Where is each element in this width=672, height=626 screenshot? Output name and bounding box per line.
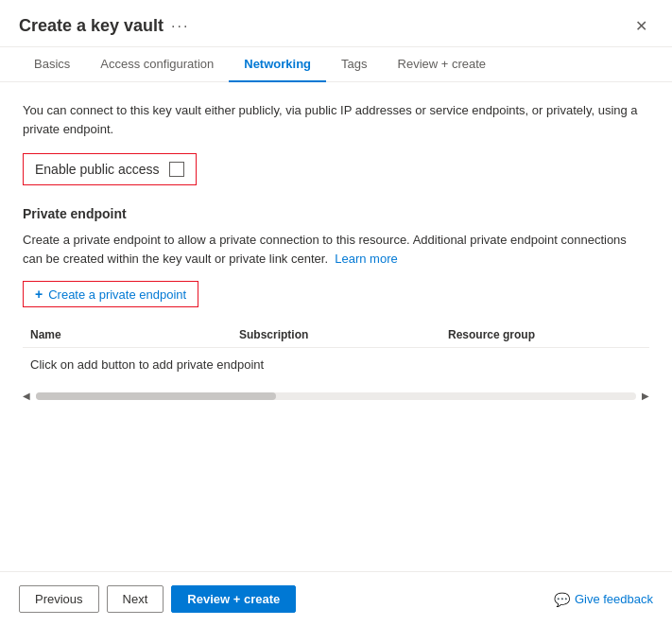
learn-more-link[interactable]: Learn more xyxy=(335,252,397,266)
private-endpoint-section: Private endpoint Create a private endpoi… xyxy=(23,206,649,401)
scroll-left-arrow[interactable]: ◀ xyxy=(23,391,30,401)
tab-review-create[interactable]: Review + create xyxy=(383,47,502,82)
footer-left-buttons: Previous Next Review + create xyxy=(19,585,296,613)
tab-bar: Basics Access configuration Networking T… xyxy=(0,47,672,82)
feedback-label: Give feedback xyxy=(575,592,653,606)
col-header-name: Name xyxy=(23,328,232,341)
info-text: You can connect to this key vault either… xyxy=(23,101,649,138)
give-feedback-button[interactable]: 💬 Give feedback xyxy=(554,592,653,607)
table-header-row: Name Subscription Resource group xyxy=(23,322,649,348)
col-header-subscription: Subscription xyxy=(232,328,440,341)
enable-public-access-checkbox[interactable] xyxy=(169,162,184,177)
scroll-track[interactable] xyxy=(36,392,636,400)
plus-icon: + xyxy=(35,287,43,302)
review-create-button[interactable]: Review + create xyxy=(171,585,296,613)
private-endpoints-table: Name Subscription Resource group Click o… xyxy=(23,322,649,381)
table-empty-message: Click on add button to add private endpo… xyxy=(23,348,649,381)
col-header-resource-group: Resource group xyxy=(440,328,649,341)
create-private-endpoint-button[interactable]: + Create a private endpoint xyxy=(23,281,198,307)
private-endpoint-desc-text: Create a private endpoint to allow a pri… xyxy=(23,233,627,266)
next-button[interactable]: Next xyxy=(107,585,164,613)
private-endpoint-title: Private endpoint xyxy=(23,206,649,221)
tab-tags[interactable]: Tags xyxy=(326,47,382,82)
dialog-body: You can connect to this key vault either… xyxy=(0,82,672,571)
more-options-icon[interactable]: ··· xyxy=(171,18,189,35)
previous-button[interactable]: Previous xyxy=(19,585,99,613)
dialog-header: Create a key vault ··· ✕ xyxy=(0,0,672,47)
dialog-title-row: Create a key vault ··· xyxy=(19,16,189,36)
dialog-footer: Previous Next Review + create 💬 Give fee… xyxy=(0,571,672,626)
tab-access-configuration[interactable]: Access configuration xyxy=(85,47,229,82)
horizontal-scrollbar[interactable]: ◀ ▶ xyxy=(23,391,649,401)
feedback-icon: 💬 xyxy=(554,592,570,607)
tab-basics[interactable]: Basics xyxy=(19,47,85,82)
scroll-thumb xyxy=(36,392,276,400)
create-key-vault-dialog: Create a key vault ··· ✕ Basics Access c… xyxy=(0,0,672,626)
create-endpoint-label: Create a private endpoint xyxy=(48,287,186,302)
enable-public-access-label: Enable public access xyxy=(35,162,160,177)
enable-public-access-container: Enable public access xyxy=(23,153,197,185)
scroll-right-arrow[interactable]: ▶ xyxy=(642,391,649,401)
tab-networking[interactable]: Networking xyxy=(229,47,326,82)
private-endpoint-description: Create a private endpoint to allow a pri… xyxy=(23,231,649,268)
dialog-title: Create a key vault xyxy=(19,16,164,36)
close-button[interactable]: ✕ xyxy=(629,15,653,37)
